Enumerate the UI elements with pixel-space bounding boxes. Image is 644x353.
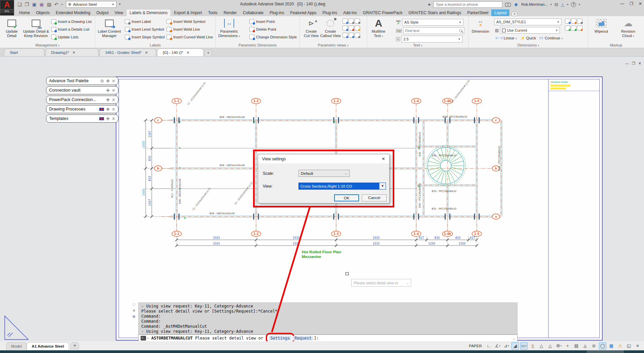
move-icon[interactable]: ✚ [106,117,110,121]
tab-layout[interactable]: Layout [491,9,509,16]
tab-labels-dimensions[interactable]: Labels & Dimensions [126,9,171,16]
tab-output[interactable]: Output [93,9,111,16]
undo-icon[interactable]: ↶ [55,2,59,7]
delete-point-button[interactable]: Delete Point [249,27,276,32]
graphics-performance-icon[interactable]: ◯ [599,342,606,350]
find-text-input[interactable] [405,29,452,33]
close-icon[interactable]: ✕ [112,117,115,121]
close-tab-icon[interactable]: ✕ [186,51,189,55]
dim-jog-icon[interactable] [577,19,582,24]
autoscale-icon[interactable]: △ [546,342,554,350]
units-icon[interactable]: ◬ [581,342,589,350]
insert-curved-weld-line-button[interactable]: Insert Curved Weld Line [167,34,213,40]
tab-add-ins[interactable]: Add-ins [340,9,360,16]
find-text-field[interactable] [403,27,464,34]
help-chevron-icon[interactable]: ▾ [579,3,580,6]
application-menu-button[interactable]: ASTL [0,0,14,15]
view-delete-icon[interactable] [349,26,354,31]
command-input-line[interactable]: >_ ▾ ASTORDETMANUALCUT Please select det… [138,334,517,342]
restore-icon[interactable]: ❐ [630,1,633,6]
dialog-close-icon[interactable]: ✕ [382,156,385,161]
close-tab-icon[interactable]: ✕ [145,51,148,55]
dialog-title-bar[interactable]: View settings ✕ [258,154,389,163]
new-layout-button[interactable]: + [70,342,79,349]
find-magnifier-icon[interactable] [459,29,462,32]
annotation-scale-gear-icon[interactable]: ⚙▾ [555,342,563,350]
spellcheck-icon[interactable]: ABC✓ [396,20,401,25]
panel-title-labels[interactable]: Labels [95,43,215,47]
palette-drawing-processes[interactable]: Drawing Processes ✚✕ [46,105,118,113]
insert-weld-symbol-button[interactable]: Insert Weld Symbol [167,19,205,24]
file-tab-start[interactable]: Start [4,49,44,56]
dynamic-input-field[interactable]: Please select detail view or⌄ [351,279,411,287]
new-file-icon[interactable]: ❏ [17,2,22,7]
close-icon[interactable]: ✕ [112,98,115,102]
insert-point-button[interactable]: Insert Point [249,19,275,24]
command-close-icon[interactable]: ✕ [132,309,135,313]
tab-extended-modeling[interactable]: Extended Modeling [53,9,94,16]
palette-advance-tool[interactable]: Advance Tool Palette ⚙✚✕ [46,77,118,85]
app-store-cart-icon[interactable]: ⊟ [554,2,558,7]
tab-view[interactable]: View [111,9,126,16]
workspace-switch-icon[interactable]: + [564,342,571,350]
file-tab-graitec-shed[interactable]: 3451 - Graitec Shed*✕ [100,49,156,56]
panel-title-parametric-views[interactable]: Parametric views ▾ [300,43,367,47]
tab-plugins[interactable]: Plug-ins [266,9,287,16]
tab-graitec-powerpack[interactable]: GRAITEC PowerPack [360,9,405,16]
view-grid-icon[interactable] [343,26,348,31]
annotation-monitor-icon[interactable]: ▤ [573,342,580,350]
panel-title-text[interactable]: Text ▾ [367,43,468,47]
file-tab-drawing1[interactable]: Drawing1*✕ [45,49,99,56]
palette-powerpack-connection[interactable]: PowerPack Connection... ✚✕ [46,96,118,104]
update-lists-button[interactable]: Update Lists [51,34,78,40]
close-icon[interactable]: ✕ [639,1,642,6]
text-align-icon[interactable]: A|B [396,29,402,33]
workspace-switcher[interactable]: ⚙ Advance Steel ▼ [66,1,116,8]
create-callout-view-button[interactable]: ⊕ CreateCallout View [320,18,341,38]
view-export-icon[interactable] [355,26,360,31]
search-input[interactable] [433,1,502,8]
isometric-drafting-icon[interactable]: ⊿▾ [503,342,510,350]
dim-infinity-icon[interactable] [577,26,582,31]
command-expand-icon[interactable]: ⌄ [513,336,515,340]
ok-button[interactable]: OK [334,194,359,201]
tab-collaborate[interactable]: Collaborate [240,9,266,16]
isolate-objects-icon[interactable]: ⊘ [590,342,598,350]
command-wrench-icon[interactable]: ⚙ [132,315,136,319]
clean-screen-icon[interactable]: ◱ [625,342,633,350]
minimize-icon[interactable]: — [620,1,624,6]
layer-settings-icon[interactable]: ▦ [608,342,615,350]
move-icon[interactable]: ✚ [106,88,110,93]
insert-details-list-button[interactable]: Insert a Details List [51,27,90,32]
continue-dim-button[interactable]: ⊦⊦ Continue ▾ [539,36,563,40]
move-icon[interactable]: ✚ [106,107,110,111]
tab-render[interactable]: Render [220,9,240,16]
insert-slope-symbol-button[interactable]: Insert Slope Symbol [125,34,165,40]
help-icon[interactable]: ? [571,2,576,7]
ribbon-collapse-icon[interactable]: ▾ [511,12,517,16]
polar-tracking-icon[interactable]: ∠▾ [494,342,501,350]
object-snap-icon[interactable]: ▭▾ [520,342,528,350]
ortho-mode-icon[interactable]: ∟ [485,342,493,350]
command-option-settings[interactable]: Settings [269,336,292,341]
revision-cloud-button[interactable]: ☁ RevisionCloud ▾ [616,18,640,38]
tab-home[interactable]: Home [16,9,33,16]
user-menu-chevron-icon[interactable]: ▾ [550,3,552,6]
view-settings-icon[interactable] [355,19,360,24]
panel-title-markup[interactable]: Markup [588,43,644,47]
view-table-icon[interactable] [349,19,354,24]
image-warning-icon[interactable]: ⚠ [616,342,624,350]
dim-update-icon[interactable] [571,26,576,31]
close-icon[interactable]: ✕ [112,88,115,93]
parametric-dimensions-button[interactable]: ↔ ParametricDimensions ▾ [218,18,241,38]
create-cut-view-button[interactable]: ⊳A CreateCut View [302,18,320,38]
wipeout-button[interactable]: Wipeout [591,18,612,34]
quick-dim-button[interactable]: ⚡ Quick [520,36,536,40]
close-icon[interactable]: ✕ [112,79,115,83]
annotation-visibility-icon[interactable]: △ [538,342,545,350]
view-insert-icon[interactable] [343,19,348,24]
open-file-icon[interactable]: ❐ [25,2,29,7]
move-icon[interactable]: ✚ [106,98,110,102]
panel-title-dimensions[interactable]: Dimensions ▾ [469,43,588,47]
text-style-combo[interactable]: AS Style▼ [402,19,463,26]
